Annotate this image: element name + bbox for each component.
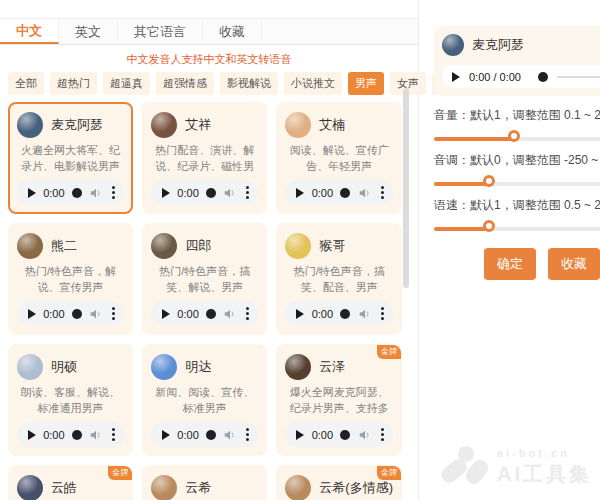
action-buttons: 确定 收藏 [434,248,600,280]
volume-icon[interactable] [223,186,237,200]
volume-icon[interactable] [89,428,103,442]
voice-description: 火遍全网大将军、纪录片、电影解说男声 [17,143,124,174]
play-icon[interactable] [28,430,36,440]
voice-description: 热门配音、演讲、解说、纪录片、磁性男声 [151,143,258,174]
voice-parameter-sliders: 音量：默认1，调整范围 0.1 ~ 2音调：默认0，调整范围 -250 ~ 50… [434,107,600,231]
scrollbar-thumb[interactable] [403,88,409,288]
audio-player[interactable]: 0:00 [285,180,393,205]
speed-slider-thumb[interactable] [483,220,495,232]
filter-chip-movie-commentary[interactable]: 影视解说 [220,72,278,95]
scrollbar[interactable] [403,88,409,488]
volume-icon[interactable] [89,307,103,321]
tab-chinese[interactable]: 中文 [0,19,59,44]
pitch-slider[interactable] [434,182,600,186]
voice-grid: 麦克阿瑟火遍全网大将军、纪录片、电影解说男声0:00艾祥热门配音、演讲、解说、纪… [0,95,418,500]
seek-thumb-icon[interactable] [72,430,82,440]
voice-avatar [285,112,311,138]
audio-player[interactable]: 0:00 [151,422,258,447]
volume-slider-thumb[interactable] [508,130,520,142]
voice-card[interactable]: 金牌云泽爆火全网麦克阿瑟、纪录片男声、支持多情感、多角色0:00 [276,344,402,456]
voice-card[interactable]: 艾楠阅读、解说、宣传广告、年轻男声0:00 [276,102,402,214]
filter-chips: 全部超热门超逼真超强情感影视解说小说推文男声女声特色/方言 [0,72,418,95]
volume-icon[interactable] [223,428,237,442]
seek-thumb-icon[interactable] [72,188,82,198]
tab-other-languages[interactable]: 其它语言 [118,19,203,44]
voice-description: 阅读、解说、宣传广告、年轻男声 [285,143,393,174]
voice-card-header: 云希 [151,475,258,500]
seek-thumb-icon[interactable] [340,188,350,198]
confirm-button[interactable]: 确定 [484,248,536,280]
play-icon[interactable] [162,188,170,198]
voice-avatar [151,233,177,259]
seek-thumb-icon[interactable] [340,430,350,440]
voice-card-header: 熊二 [17,233,124,259]
more-options-icon[interactable] [244,305,251,322]
panel-audio-player[interactable]: 0:00 / 0:00 [442,65,600,88]
seek-thumb-icon[interactable] [206,309,216,319]
audio-player[interactable]: 0:00 [17,301,124,326]
voice-name: 明达 [185,358,211,376]
more-options-icon[interactable] [244,426,251,443]
audio-player[interactable]: 0:00 [17,422,124,447]
volume-slider[interactable] [434,137,600,141]
filter-chip-super-hot[interactable]: 超热门 [50,72,97,95]
filter-chip-male-voice[interactable]: 男声 [348,72,384,95]
play-icon[interactable] [162,309,170,319]
filter-chip-super-emotion[interactable]: 超强情感 [156,72,214,95]
play-icon[interactable] [28,188,36,198]
filter-chip-super-real[interactable]: 超逼真 [103,72,150,95]
filter-chip-novel-push[interactable]: 小说推文 [284,72,342,95]
watermark-text: ai-bot.cn AI工具集 [497,447,592,488]
voice-card[interactable]: 猴哥热门/特色声音，搞笑、配音、男声0:00 [276,223,402,335]
play-icon[interactable] [296,188,304,198]
voice-card[interactable]: 明硕朗读、客服、解说、标准通用男声0:00 [8,344,133,456]
audio-player[interactable]: 0:00 [151,301,258,326]
voice-card[interactable]: 四郎热门/特色声音，搞笑、解说、男声0:00 [142,223,267,335]
audio-player[interactable]: 0:00 [151,180,258,205]
more-options-icon[interactable] [379,426,386,443]
voice-card[interactable]: 金牌云皓阅读解说、广告宣传中年男声、支持多情感0:00 [8,465,133,500]
volume-icon[interactable] [358,186,372,200]
more-options-icon[interactable] [110,184,117,201]
pitch-slider-thumb[interactable] [483,175,495,187]
more-options-icon[interactable] [244,184,251,201]
voice-card[interactable]: 明达新闻、阅读、宣传、标准男声0:00 [142,344,267,456]
seek-thumb-icon[interactable] [206,430,216,440]
voice-card[interactable]: 麦克阿瑟火遍全网大将军、纪录片、电影解说男声0:00 [8,102,133,214]
play-icon[interactable] [452,72,460,82]
voice-avatar [17,233,43,259]
seek-track[interactable] [557,76,600,78]
play-icon[interactable] [28,309,36,319]
voice-card[interactable]: 艾祥热门配音、演讲、解说、纪录片、磁性男声0:00 [142,102,267,214]
voice-name: 云泽 [319,358,345,376]
volume-icon[interactable] [89,186,103,200]
selected-voice-name: 麦克阿瑟 [472,36,524,54]
play-icon[interactable] [296,309,304,319]
tab-favorites[interactable]: 收藏 [203,19,262,44]
more-options-icon[interactable] [110,426,117,443]
volume-icon[interactable] [358,428,372,442]
tab-english[interactable]: 英文 [59,19,118,44]
favorite-button[interactable]: 收藏 [548,248,600,280]
seek-thumb-icon[interactable] [72,309,82,319]
voice-name: 云希(多情感) [319,479,393,497]
play-icon[interactable] [296,430,304,440]
audio-player[interactable]: 0:00 [285,422,393,447]
seek-thumb-icon[interactable] [538,72,548,82]
audio-player[interactable]: 0:00 [285,301,393,326]
voice-card[interactable]: 熊二热门/特色声音，解说、宣传男声0:00 [8,223,133,335]
audio-player[interactable]: 0:00 [17,180,124,205]
more-options-icon[interactable] [110,305,117,322]
seek-thumb-icon[interactable] [206,188,216,198]
seek-thumb-icon[interactable] [340,309,350,319]
more-options-icon[interactable] [379,305,386,322]
more-options-icon[interactable] [379,184,386,201]
play-icon[interactable] [162,430,170,440]
voice-card[interactable]: 云希火遍全网、电影解说、广告宣传男声0:00 [142,465,267,500]
speed-slider[interactable] [434,227,600,231]
voice-card[interactable]: 金牌云希(多情感)火遍全网、电影解说、广告宣传男声、支持多情感、多角色0:00 [276,465,402,500]
filter-chip-all[interactable]: 全部 [8,72,44,95]
volume-icon[interactable] [358,307,372,321]
volume-icon[interactable] [223,307,237,321]
time-display: 0:00 [312,308,333,320]
